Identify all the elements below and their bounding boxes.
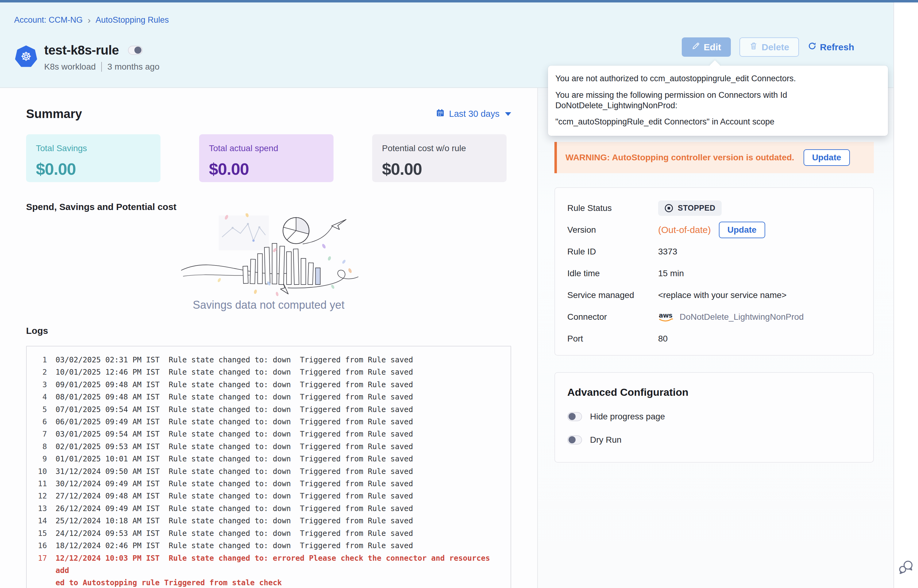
log-line-text: 03/02/2025 02:31 PM IST Rule state chang… — [55, 354, 510, 366]
log-row: 17 12/12/2024 10:03 PM IST Rule state ch… — [27, 552, 510, 577]
date-range-selector[interactable]: Last 30 days — [436, 108, 511, 120]
detail-row-version: Version (Out-of-date) Update — [567, 219, 861, 241]
log-row: 4 08/01/2025 09:48 AM IST Rule state cha… — [27, 391, 510, 403]
setting-toggle[interactable] — [567, 435, 582, 444]
summary-panel: Summary — [0, 88, 538, 588]
warning-update-button[interactable]: Update — [803, 149, 850, 166]
log-line-number: 12 — [27, 490, 47, 502]
log-row: 6 06/01/2025 09:49 AM IST Rule state cha… — [27, 416, 510, 428]
log-line-text: 31/12/2024 09:50 AM IST Rule state chang… — [55, 465, 510, 478]
detail-row-rule-id: Rule ID 3373 — [567, 241, 861, 262]
log-row: 10 31/12/2024 09:50 AM IST Rule state ch… — [27, 465, 510, 478]
summary-cards: Total Savings $0.00 Total actual spend $… — [26, 134, 511, 182]
rule-title-block: ☸ test-k8s-rule K8s workload 3 months ag… — [15, 43, 160, 72]
service-managed-label: Service managed — [567, 290, 658, 300]
last-updated-label: 3 months ago — [107, 62, 160, 72]
refresh-icon — [808, 41, 817, 53]
chat-help-button[interactable] — [899, 560, 914, 576]
log-line-number: 17 — [27, 552, 47, 577]
subtitle-divider — [101, 62, 102, 72]
version-update-button[interactable]: Update — [719, 222, 765, 238]
logs-viewer[interactable]: 1 03/02/2025 02:31 PM IST Rule state cha… — [26, 346, 511, 588]
port-value: 80 — [658, 334, 668, 344]
log-line-number: 16 — [27, 540, 47, 552]
summary-card-value: $0.00 — [382, 160, 497, 178]
stopped-icon — [664, 204, 674, 213]
log-row: 12 27/12/2024 09:48 AM IST Rule state ch… — [27, 490, 510, 502]
chart-section-title: Spend, Savings and Potential cost — [26, 202, 511, 212]
rule-status-label: Rule Status — [567, 203, 658, 213]
summary-card-label: Total actual spend — [209, 144, 324, 153]
edit-button-label: Edit — [704, 42, 721, 52]
log-row: ed to Autostopping rule Triggered from s… — [27, 577, 510, 588]
logs-title: Logs — [26, 326, 511, 336]
log-line-text: 12/12/2024 10:03 PM IST Rule state chang… — [55, 552, 510, 577]
detail-row-connector: Connector aws DoNotDelete_LightwingNonPr… — [567, 306, 861, 328]
detail-row-idle-time: Idle time 15 min — [567, 262, 861, 284]
rule-type-label: K8s workload — [44, 62, 96, 72]
refresh-button-label: Refresh — [820, 42, 854, 52]
toggle-label: Dry Run — [590, 435, 622, 445]
toggle-row: Hide progress page — [567, 412, 861, 422]
calendar-icon — [436, 108, 445, 120]
log-row: 15 24/12/2024 09:53 AM IST Rule state ch… — [27, 527, 510, 540]
rule-details-card: Rule Status STOPPED Version — [554, 187, 874, 355]
tooltip-line-3: "ccm_autoStoppingRule_edit Connectors" i… — [555, 117, 879, 127]
chevron-down-icon — [505, 112, 511, 116]
log-row: 16 18/12/2024 02:46 PM IST Rule state ch… — [27, 540, 510, 552]
log-line-text: 03/01/2025 09:54 AM IST Rule state chang… — [55, 428, 510, 440]
summary-card-value: $0.00 — [209, 160, 324, 178]
port-label: Port — [567, 334, 658, 344]
log-line-number: 8 — [27, 441, 47, 453]
toggle-knob — [568, 436, 576, 443]
detail-row-port: Port 80 — [567, 328, 861, 349]
delete-button[interactable]: Delete — [740, 37, 799, 57]
log-line-text: ed to Autostopping rule Triggered from s… — [55, 577, 510, 588]
right-rail — [894, 2, 918, 588]
summary-card: Potential cost w/o rule $0.00 — [372, 134, 507, 182]
chart-doodle-illustration — [168, 292, 370, 298]
log-line-number: 13 — [27, 502, 47, 515]
log-row: 13 26/12/2024 09:49 AM IST Rule state ch… — [27, 502, 510, 515]
log-line-number: 4 — [27, 391, 47, 403]
log-line-text: 06/01/2025 09:49 AM IST Rule state chang… — [55, 416, 510, 428]
svg-text:☸: ☸ — [21, 49, 32, 63]
version-label: Version — [567, 225, 658, 235]
detail-row-service-managed: Service managed <replace with your servi… — [567, 284, 861, 306]
date-range-label: Last 30 days — [449, 109, 500, 119]
status-badge: STOPPED — [658, 200, 722, 216]
log-line-text: 09/01/2025 09:48 AM IST Rule state chang… — [55, 379, 510, 391]
warning-text: WARNING: AutoStopping controller version… — [565, 153, 794, 163]
summary-card: Total Savings $0.00 — [26, 134, 160, 182]
tooltip-line-1: You are not authorized to ccm_autostoppi… — [555, 74, 879, 84]
breadcrumb-autostopping-rules-link[interactable]: AutoStopping Rules — [96, 15, 169, 25]
rule-id-label: Rule ID — [567, 247, 658, 257]
breadcrumb-account-link[interactable]: Account: CCM-NG — [14, 15, 83, 25]
log-line-number: 11 — [27, 478, 47, 490]
refresh-button[interactable]: Refresh — [808, 41, 854, 53]
aws-logo-icon: aws — [658, 311, 675, 323]
log-line-text: 02/01/2025 09:53 AM IST Rule state chang… — [55, 441, 510, 453]
rule-enabled-toggle[interactable] — [128, 46, 142, 55]
setting-toggle[interactable] — [567, 412, 582, 421]
toggle-knob — [568, 413, 576, 420]
log-line-number: 3 — [27, 379, 47, 391]
summary-title: Summary — [26, 107, 82, 121]
chat-bubbles-icon — [899, 570, 914, 575]
log-row: 7 03/01/2025 09:54 AM IST Rule state cha… — [27, 428, 510, 440]
log-line-number: 10 — [27, 465, 47, 478]
log-line-number: 15 — [27, 527, 47, 540]
toggle-label: Hide progress page — [590, 412, 665, 422]
log-line-number: 9 — [27, 453, 47, 465]
edit-button[interactable]: Edit — [682, 37, 731, 57]
log-line-text: 07/01/2025 09:54 AM IST Rule state chang… — [55, 404, 510, 416]
rule-status-value: STOPPED — [678, 204, 716, 212]
toggle-knob — [134, 47, 141, 54]
toggle-row: Dry Run — [567, 435, 861, 445]
tooltip-line-2: You are missing the following permission… — [555, 90, 879, 111]
connector-label: Connector — [567, 312, 658, 322]
savings-empty-state: Savings data not computed yet — [168, 213, 370, 312]
version-value: (Out-of-date) — [658, 225, 711, 235]
log-line-text: 25/12/2024 10:18 AM IST Rule state chang… — [55, 515, 510, 527]
advanced-configuration-title: Advanced Configuration — [567, 386, 861, 398]
